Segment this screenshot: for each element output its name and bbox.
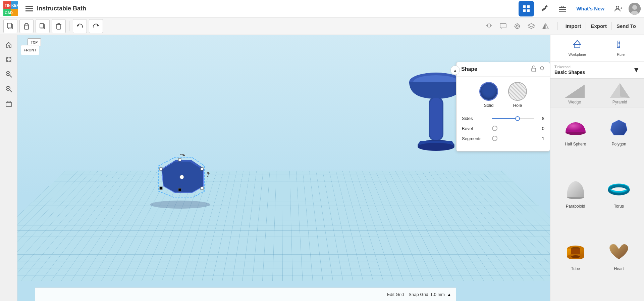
wedge-label: Wedge	[568, 100, 581, 104]
tool-button[interactable]	[537, 1, 552, 16]
svg-text:KER: KER	[11, 3, 18, 7]
project-title: Instructable Bath	[37, 5, 519, 12]
workplane-label: Workplane	[569, 52, 586, 56]
svg-line-59	[10, 90, 12, 92]
message-button[interactable]	[497, 20, 509, 33]
bottom-bar: Edit Grid Snap Grid 1.0 mm ▲	[35, 288, 456, 301]
hole-option[interactable]: Hole	[508, 82, 527, 108]
heart-item[interactable]: Heart	[597, 235, 641, 298]
zoom-fit-button[interactable]	[2, 53, 15, 66]
svg-marker-46	[546, 24, 548, 29]
sides-value: 8	[538, 116, 544, 121]
svg-rect-7	[25, 6, 33, 7]
shapes-expand-button[interactable]: ▼	[633, 66, 640, 74]
svg-marker-31	[97, 25, 99, 27]
segments-value: 1	[538, 136, 544, 141]
torus-shape	[607, 178, 631, 201]
undo-button[interactable]	[73, 19, 87, 33]
import-button[interactable]: Import	[561, 22, 586, 30]
grid-lines	[17, 171, 550, 281]
main-content: TOP FRONT	[0, 35, 644, 301]
pyramid-item[interactable]: Pyramid	[599, 81, 641, 104]
snap-expand-button[interactable]: ▲	[447, 292, 451, 297]
grid-floor	[17, 171, 550, 281]
shape-sliders: Sides 8 Bevel 0 Segments	[457, 113, 550, 151]
svg-point-70	[418, 143, 454, 151]
svg-text:TIN: TIN	[5, 3, 11, 7]
shape-panel-header: Shape	[457, 62, 550, 77]
redo-button[interactable]	[89, 19, 103, 33]
sides-thumb[interactable]	[515, 116, 520, 121]
polygon-item[interactable]: Polygon	[597, 111, 641, 173]
grid-view-button[interactable]	[519, 1, 534, 16]
send-to-button[interactable]: Send To	[612, 22, 641, 30]
svg-rect-67	[430, 98, 442, 140]
paste-button[interactable]	[19, 19, 34, 33]
sides-slider-row: Sides 8	[462, 116, 544, 121]
light-toggle-button[interactable]	[483, 20, 495, 33]
zoom-in-button[interactable]	[2, 68, 15, 81]
tube-label: Tube	[571, 266, 580, 271]
hamburger-button[interactable]	[21, 1, 37, 16]
home-button[interactable]	[2, 38, 15, 51]
copy-button[interactable]	[3, 19, 17, 33]
wedge-item[interactable]: Wedge	[554, 81, 596, 104]
sides-fill	[492, 118, 515, 119]
right-panel-tools: Workplane Ruler	[550, 35, 644, 61]
half-sphere-item[interactable]: Half Sphere	[554, 111, 597, 173]
export-button[interactable]: Export	[586, 22, 612, 30]
mirror-button[interactable]	[539, 20, 552, 33]
tinkercad-logo: TIN KER CAD	[3, 1, 18, 16]
top-right-actions: What's New	[519, 1, 641, 16]
delete-button[interactable]	[52, 19, 66, 33]
pyramid-label: Pyramid	[612, 100, 627, 104]
selected-polygon-object[interactable]	[145, 149, 219, 210]
top-bar: TIN KER CAD Instructable Bath	[0, 0, 644, 17]
shapes-grid: Half Sphere Po	[550, 108, 644, 301]
viewport[interactable]: TOP FRONT	[17, 35, 550, 301]
segments-toggle[interactable]	[492, 136, 497, 141]
bevel-label: Bevel	[462, 126, 489, 131]
solid-option[interactable]: Solid	[479, 82, 498, 108]
left-sidebar	[0, 35, 17, 301]
whats-new-button[interactable]: What's New	[573, 6, 608, 11]
shape-panel-collapse-button[interactable]	[450, 66, 460, 75]
bevel-toggle[interactable]	[492, 126, 497, 131]
svg-marker-30	[77, 25, 79, 27]
workplane-button[interactable]: Workplane	[564, 38, 591, 58]
ruler-button[interactable]: Ruler	[612, 38, 631, 58]
svg-rect-79	[178, 159, 181, 161]
briefcase-button[interactable]	[555, 1, 570, 16]
svg-marker-102	[610, 120, 627, 135]
shape-lock-button[interactable]	[531, 66, 536, 73]
zoom-out-button[interactable]	[2, 83, 15, 95]
ruler-label: Ruler	[617, 52, 626, 56]
svg-rect-37	[500, 24, 506, 28]
snap-grid-info: Snap Grid 1.0 mm ▲	[409, 292, 451, 297]
duplicate-button[interactable]	[36, 19, 50, 33]
shape-panel-title: Shape	[461, 66, 477, 72]
paraboloid-item[interactable]: Paraboloid	[554, 173, 597, 235]
shape-light-button[interactable]	[539, 66, 545, 73]
shape-panel: Shape	[456, 62, 550, 152]
layers-button[interactable]	[525, 20, 538, 33]
sides-track[interactable]	[492, 118, 534, 119]
target-button[interactable]	[511, 20, 524, 33]
torus-item[interactable]: Torus	[597, 173, 641, 235]
perspective-button[interactable]	[2, 97, 15, 110]
tube-item[interactable]: Tube	[554, 235, 597, 298]
svg-rect-8	[25, 8, 33, 9]
add-user-button[interactable]	[610, 1, 626, 16]
edit-grid-button[interactable]: Edit Grid	[387, 292, 404, 297]
shapes-category: Basic Shapes	[554, 70, 630, 75]
view-cube-front[interactable]: FRONT	[21, 45, 39, 55]
svg-point-111	[571, 255, 580, 258]
svg-marker-44	[528, 24, 535, 27]
avatar[interactable]	[629, 3, 641, 15]
solid-circle	[479, 82, 498, 101]
hole-label: Hole	[513, 103, 522, 108]
view-cube[interactable]: TOP FRONT	[21, 38, 48, 65]
svg-rect-75	[160, 168, 162, 170]
view-controls	[483, 20, 552, 33]
svg-point-81	[180, 175, 184, 179]
